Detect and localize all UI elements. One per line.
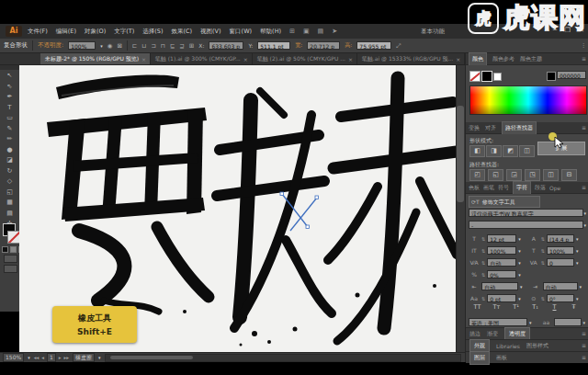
horizontal-scale-field[interactable]: 100% bbox=[547, 246, 574, 255]
chevron-down-icon[interactable]: ▾ bbox=[576, 236, 579, 242]
pen-tool[interactable]: ✒ bbox=[0, 92, 19, 103]
menu-item-help[interactable]: 帮助(H) bbox=[260, 28, 281, 36]
align-middle-icon[interactable]: ⊑ bbox=[170, 42, 175, 50]
style-dropdown-icon[interactable]: ▤ bbox=[318, 28, 324, 35]
none-color-swatch[interactable] bbox=[469, 71, 481, 82]
minus-front-icon[interactable]: ◨ bbox=[486, 145, 502, 157]
all-caps-button[interactable]: TT bbox=[469, 303, 485, 311]
panel-menu-icon[interactable]: ≡ bbox=[582, 55, 586, 62]
selection-tool[interactable]: ↖ bbox=[0, 71, 19, 82]
menu-item-effect[interactable]: 效果(C) bbox=[171, 28, 192, 36]
menu-item-select[interactable]: 选择(S) bbox=[142, 28, 163, 36]
crop-icon[interactable]: ◳ bbox=[525, 169, 540, 181]
constrain-proportions-icon[interactable]: ⤢ bbox=[396, 42, 401, 50]
chevron-down-icon[interactable]: ▾ bbox=[28, 355, 30, 360]
panel-menu-icon[interactable]: ≡ bbox=[582, 354, 586, 360]
tab-brushes[interactable]: 画笔 bbox=[483, 184, 494, 192]
tab-graphic-styles[interactable]: 图形样式 bbox=[526, 342, 548, 350]
tab-pathfinder[interactable]: 路径查找器 bbox=[502, 121, 537, 134]
draw-mode-button[interactable] bbox=[4, 255, 17, 263]
merge-icon[interactable]: ◲ bbox=[506, 169, 522, 181]
rotate-tool[interactable]: ↻ bbox=[0, 166, 19, 177]
tab-close-icon[interactable]: × bbox=[243, 56, 248, 62]
tab-close-icon[interactable]: × bbox=[348, 56, 353, 62]
tab-close-icon[interactable]: × bbox=[456, 56, 460, 62]
pencil-tool[interactable]: ✏ bbox=[0, 134, 19, 145]
align-top-icon[interactable]: ⊓ bbox=[161, 42, 165, 50]
y-field[interactable]: 511.1 pt bbox=[257, 41, 290, 50]
artboard-number-field[interactable]: 1 bbox=[47, 353, 56, 362]
x-field[interactable]: 633.603 p bbox=[209, 41, 243, 50]
tab-gradient[interactable]: 渐变 bbox=[487, 330, 498, 338]
panel-menu-icon[interactable]: ≡ bbox=[582, 330, 586, 336]
strikethrough-button[interactable]: Ŧ bbox=[566, 303, 582, 311]
menu-item-window[interactable]: 窗口(W) bbox=[230, 28, 253, 36]
workspace-switcher[interactable]: 基本功能 bbox=[421, 28, 445, 36]
align-center-icon[interactable]: ⊔ bbox=[141, 42, 146, 50]
blob-brush-tool[interactable]: ● bbox=[0, 145, 19, 156]
white-swatch[interactable] bbox=[493, 73, 502, 81]
panel-menu-icon[interactable]: ≡ bbox=[582, 342, 586, 348]
vertical-scale-field[interactable]: 100% bbox=[487, 246, 516, 255]
tab-artboards[interactable]: 画板 bbox=[496, 354, 507, 362]
subscript-button[interactable]: T₁ bbox=[527, 303, 543, 311]
align-right-icon[interactable]: ⊐ bbox=[151, 42, 155, 50]
chevron-down-icon[interactable]: ▾ bbox=[576, 260, 579, 266]
document-tab-bichu[interactable]: 笔触.ai @ 15333% (RGB/GPU 预... × bbox=[357, 53, 465, 64]
chevron-down-icon[interactable]: ▾ bbox=[98, 355, 101, 360]
small-caps-button[interactable]: Tт bbox=[489, 303, 504, 311]
transform-icon[interactable]: ⊞ bbox=[189, 42, 194, 50]
next-artboard-icon[interactable]: ▸ bbox=[59, 355, 62, 360]
layout-icon[interactable]: ⊞ bbox=[289, 28, 295, 35]
type-tool[interactable]: T bbox=[0, 103, 19, 114]
scale-tool[interactable]: ◇ bbox=[0, 176, 19, 188]
stepper-icon[interactable]: ⇅ bbox=[481, 236, 485, 242]
shape-builder-tool[interactable]: ◱ bbox=[0, 188, 19, 199]
tab-align[interactable]: 对齐 bbox=[485, 124, 496, 132]
menu-item-edit[interactable]: 编辑(E) bbox=[56, 28, 76, 36]
horizontal-scrollbar[interactable] bbox=[105, 354, 461, 362]
trim-icon[interactable]: ◱ bbox=[488, 169, 503, 181]
tools-panel-header[interactable] bbox=[0, 65, 19, 70]
width-field[interactable]: 20.712 p bbox=[307, 41, 340, 50]
close-icon[interactable]: ✕ bbox=[579, 27, 584, 34]
chevron-down-icon[interactable]: ▾ bbox=[518, 248, 521, 254]
height-field[interactable]: 75.955 pt bbox=[356, 41, 391, 50]
unite-icon[interactable]: ◧ bbox=[469, 145, 485, 157]
intersect-icon[interactable]: ◩ bbox=[503, 145, 518, 157]
underline-button[interactable]: T bbox=[547, 303, 562, 311]
chevron-down-icon[interactable]: ▾ bbox=[518, 296, 521, 301]
tab-color-themes[interactable]: 颜色主题 bbox=[520, 55, 542, 63]
color-button[interactable] bbox=[2, 246, 8, 253]
maximize-icon[interactable]: ❐ bbox=[565, 27, 571, 34]
direct-selection-tool[interactable]: ⇖ bbox=[0, 82, 19, 93]
menu-item-file[interactable]: 文件(F) bbox=[28, 28, 48, 36]
stepper-icon[interactable]: ⇅ bbox=[481, 260, 485, 266]
tab-stroke[interactable]: 描边 bbox=[469, 330, 481, 338]
opacity-field[interactable]: 100% bbox=[68, 41, 96, 50]
align-left-icon[interactable]: ⊏ bbox=[132, 42, 137, 50]
prev-artboard-icon[interactable]: ◂ bbox=[41, 355, 44, 360]
more-options-icon[interactable]: ⫶ bbox=[582, 42, 584, 50]
document-tab-bichu2[interactable]: 笔触 (2).ai @ 50% (CMYK/GPU ... × bbox=[253, 53, 357, 64]
document-tab-bichu1[interactable]: 笔触 (1).ai @ 300% (CMYK/GP... × bbox=[151, 53, 253, 64]
leading-field[interactable]: (14.4 p bbox=[547, 234, 574, 243]
paintbrush-tool[interactable]: ✎ bbox=[0, 124, 19, 135]
menu-item-type[interactable]: 文字(T) bbox=[114, 28, 134, 36]
chevron-down-icon[interactable]: ▾ bbox=[518, 272, 521, 278]
stepper-icon[interactable]: ⇅ bbox=[541, 260, 545, 266]
stepper-icon[interactable]: ⇅ bbox=[481, 272, 485, 278]
stepper-icon[interactable]: ⇅ bbox=[541, 296, 545, 301]
baseline-shift-field[interactable]: 0 pt bbox=[487, 294, 516, 302]
align-bottom-icon[interactable]: ⊒ bbox=[179, 42, 184, 50]
chevron-down-icon[interactable]: ▾ bbox=[580, 284, 582, 290]
recolor-artwork-icon[interactable]: ⊠ bbox=[117, 42, 121, 50]
horizontal-scrollbar-thumb[interactable] bbox=[110, 356, 193, 359]
font-family-select[interactable]: 汉仪尚巍手书W 数真笔字 ▾ bbox=[469, 209, 586, 217]
character-rotation-field[interactable]: 0° bbox=[547, 294, 574, 302]
tab-swatches[interactable]: 色板 bbox=[469, 184, 480, 192]
menu-item-object[interactable]: 对象(O) bbox=[85, 28, 106, 36]
arrange-documents-icon[interactable]: ▣ bbox=[303, 28, 310, 35]
minus-back-icon[interactable]: ⊟ bbox=[561, 169, 577, 181]
tracking-field[interactable]: 0 bbox=[547, 258, 574, 267]
